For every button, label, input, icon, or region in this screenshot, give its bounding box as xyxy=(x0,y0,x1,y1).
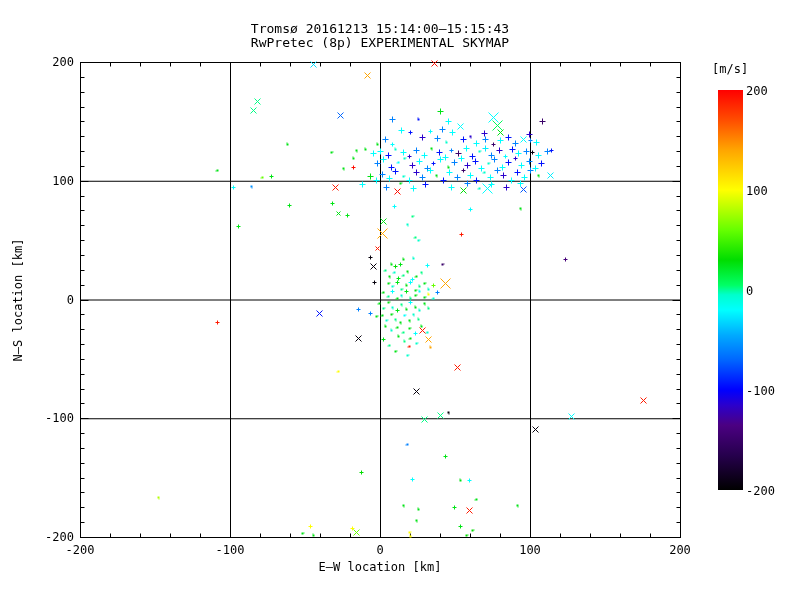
colorbar-tick-label: 200 xyxy=(746,84,796,98)
x-tick-label: -200 xyxy=(40,543,120,557)
colorbar-unit-label: [m/s] xyxy=(712,62,748,76)
x-tick-label: 100 xyxy=(490,543,570,557)
colorbar-tick-label: -100 xyxy=(746,384,796,398)
x-axis-label: E–W location [km] xyxy=(80,560,680,574)
skymap-plot-canvas xyxy=(0,0,800,600)
y-tick-label: -100 xyxy=(30,411,74,425)
colorbar-tick-label: 100 xyxy=(746,184,796,198)
skymap-window: Tromsø 20161213 15:14:00–15:15:43 RwPret… xyxy=(0,0,800,600)
y-tick-label: -200 xyxy=(30,530,74,544)
y-tick-label: 0 xyxy=(30,293,74,307)
y-axis-label: N–S location [km] xyxy=(11,290,25,310)
colorbar-tick-label: -200 xyxy=(746,484,796,498)
y-tick-label: 200 xyxy=(30,55,74,69)
plot-title-line1: Tromsø 20161213 15:14:00–15:15:43 xyxy=(80,22,680,36)
x-tick-label: 200 xyxy=(640,543,720,557)
plot-title-line2: RwPretec (8p) EXPERIMENTAL SKYMAP xyxy=(80,36,680,50)
y-tick-label: 100 xyxy=(30,174,74,188)
colorbar-gradient xyxy=(718,90,743,490)
colorbar-tick-label: 0 xyxy=(746,284,796,298)
x-tick-label: 0 xyxy=(340,543,420,557)
x-tick-label: -100 xyxy=(190,543,270,557)
